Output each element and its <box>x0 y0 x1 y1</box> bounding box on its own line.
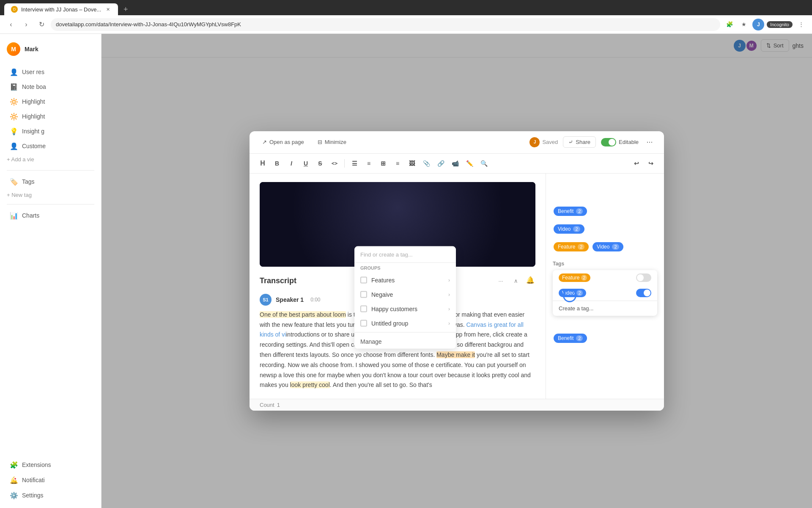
transcript-segment-11: choose from. I showed you some of those … <box>320 362 434 368</box>
open-as-page-icon: ↗ <box>262 139 267 145</box>
align-button[interactable]: ≡ <box>391 157 404 170</box>
dropdown-negaive-checkbox <box>360 291 367 298</box>
heading-button[interactable]: H <box>256 157 269 170</box>
tag-panel-video-row[interactable]: Video 2 <box>553 285 657 301</box>
share-label: Share <box>576 139 590 145</box>
italic-button[interactable]: I <box>285 157 298 170</box>
editable-toggle[interactable]: Editable <box>601 138 639 146</box>
tag-video-2-label: Video <box>597 244 609 250</box>
dropdown-untitled-label: Untitled group <box>371 320 408 326</box>
active-tab[interactable]: D Interview with JJ Jonas – Dove... ✕ <box>4 3 118 15</box>
tag-section-video-1: Video 2 <box>553 224 657 235</box>
image-button[interactable]: 🖼 <box>406 157 418 170</box>
draw-button[interactable]: ✏️ <box>463 157 476 170</box>
dropdown-features-chevron: › <box>448 277 450 283</box>
sidebar-nav: 👤 User res 📓 Note boa 🔆 Highlight 🔆 High… <box>0 63 101 167</box>
sidebar-item-customer[interactable]: 👤 Custome <box>3 139 98 153</box>
tab-favicon: D <box>11 6 18 13</box>
bold-button[interactable]: B <box>271 157 283 170</box>
tag-feature-toggle[interactable] <box>636 273 651 282</box>
sidebar-item-note-board[interactable]: 📓 Note boa <box>3 80 98 94</box>
create-tag-button[interactable]: Create a tag... <box>553 301 657 316</box>
more-options-button[interactable]: ··· <box>644 136 656 148</box>
sidebar-item-tags[interactable]: 🏷️ Tags <box>3 174 98 189</box>
attachment-button[interactable]: 📎 <box>420 157 433 170</box>
charts-icon: 📊 <box>10 212 18 219</box>
user-research-icon: 👤 <box>10 68 18 76</box>
sidebar-extensions-label: Extensions <box>22 461 91 468</box>
search-button[interactable]: 🔍 <box>477 157 490 170</box>
sidebar-item-charts[interactable]: 📊 Charts <box>3 208 98 223</box>
dropdown-search-input[interactable] <box>360 251 450 257</box>
tag-video-1-chip[interactable]: Video 2 <box>554 224 584 234</box>
dropdown-item-features[interactable]: Features › <box>354 273 456 287</box>
code-button[interactable]: <> <box>328 157 341 170</box>
minimize-button[interactable]: ⊟ Minimize <box>313 137 351 147</box>
dropdown-manage-button[interactable]: Manage <box>354 334 456 348</box>
tag-panel-feature-row[interactable]: Feature 2 <box>553 270 657 285</box>
tag-panel-feature-count: 2 <box>581 275 587 281</box>
forward-button[interactable]: › <box>20 19 32 30</box>
new-tab-button[interactable]: + <box>120 3 132 15</box>
refresh-button[interactable]: ↻ <box>36 19 47 30</box>
tab-close-button[interactable]: ✕ <box>104 6 111 13</box>
table-button[interactable]: ⊞ <box>377 157 390 170</box>
video-button[interactable]: 📹 <box>449 157 461 170</box>
redo-button[interactable]: ↪ <box>645 157 657 170</box>
undo-button[interactable]: ↩ <box>630 157 643 170</box>
menu-button[interactable]: ⋮ <box>795 19 807 30</box>
transcript-more-button[interactable]: ··· <box>495 275 507 287</box>
sidebar-item-settings[interactable]: ⚙️ Settings <box>3 488 98 502</box>
profile-icon[interactable]: J <box>752 19 764 30</box>
sidebar-item-notifications[interactable]: 🔔 Notificati <box>3 473 98 487</box>
strikethrough-button[interactable]: S <box>314 157 326 170</box>
settings-icon: ⚙️ <box>10 491 18 499</box>
tags-inline-panel: Feature 2 Video 2 <box>553 270 657 316</box>
sidebar-divider-2 <box>7 204 94 204</box>
editor-toolbar: H B I U S <> ☰ ≡ ⊞ ≡ 🖼 📎 🔗 📹 ✏️ 🔍 <box>250 154 664 174</box>
tag-video-2-chip[interactable]: Video 2 <box>593 242 623 251</box>
sidebar: M Mark 👤 User res 📓 Note boa 🔆 Highlight… <box>0 34 102 508</box>
address-bar[interactable] <box>51 18 720 31</box>
sidebar-item-highlight-2[interactable]: 🔆 Highlight <box>3 109 98 124</box>
dropdown-item-negaive[interactable]: Negaive › <box>354 287 456 301</box>
toggle-switch[interactable] <box>601 138 616 146</box>
tag-feature-chip[interactable]: Feature 2 <box>554 242 589 251</box>
sidebar-item-user-research[interactable]: 👤 User res <box>3 65 98 79</box>
sidebar-item-highlight-1[interactable]: 🔆 Highlight <box>3 94 98 109</box>
sidebar-item-label-2: Note boa <box>22 83 91 90</box>
new-tag-button[interactable]: + New tag <box>0 189 101 201</box>
dropdown-negaive-label: Negaive <box>371 291 393 298</box>
dropdown-item-happy-customers[interactable]: Happy customers › <box>354 301 456 316</box>
main-content: J M ⇅ Sort ghts ↗ Open as page <box>102 34 812 508</box>
sidebar-item-insight[interactable]: 💡 Insight g <box>3 124 98 138</box>
highlight-1-icon: 🔆 <box>10 98 18 105</box>
back-button[interactable]: ‹ <box>5 19 17 30</box>
tag-benefit-bottom-chip[interactable]: Benefit 2 <box>554 334 587 343</box>
saved-avatar: J <box>529 137 540 147</box>
modal-overlay[interactable]: ↗ Open as page ⊟ Minimize J Saved ⤶ Sha <box>102 34 812 508</box>
ordered-list-button[interactable]: ≡ <box>362 157 375 170</box>
bookmark-icon[interactable]: ★ <box>738 19 750 30</box>
extension-icon[interactable]: 🧩 <box>724 19 735 30</box>
browser-tabs: D Interview with JJ Jonas – Dove... ✕ + <box>0 0 812 15</box>
underline-button[interactable]: U <box>299 157 312 170</box>
tab-title: Interview with JJ Jonas – Dove... <box>21 6 101 13</box>
speaker-name: Speaker 1 <box>276 296 304 303</box>
transcript-bell-button[interactable]: 🔔 <box>525 275 535 285</box>
dropdown-item-untitled-group[interactable]: Untitled group › <box>354 316 456 330</box>
tag-benefit-chip[interactable]: Benefit 2 <box>554 207 587 216</box>
bullet-list-button[interactable]: ☰ <box>348 157 361 170</box>
add-view-button[interactable]: + Add a vie <box>0 154 101 165</box>
transcript-collapse-button[interactable]: ∧ <box>510 275 522 287</box>
tag-video-toggle[interactable] <box>636 289 651 297</box>
dropdown-happy-chevron: › <box>448 306 450 312</box>
groups-dropdown: Groups Features › Negaive › <box>354 246 456 348</box>
sidebar-charts-label: Charts <box>22 212 91 219</box>
sidebar-item-extensions[interactable]: 🧩 Extensions <box>3 458 98 472</box>
link-button[interactable]: 🔗 <box>434 157 447 170</box>
browser-actions: 🧩 ★ J Incognito ⋮ <box>724 19 807 30</box>
open-as-page-button[interactable]: ↗ Open as page <box>258 137 308 147</box>
share-button[interactable]: ⤶ Share <box>563 136 596 148</box>
tag-panel-feature-chip: Feature 2 <box>559 273 590 282</box>
